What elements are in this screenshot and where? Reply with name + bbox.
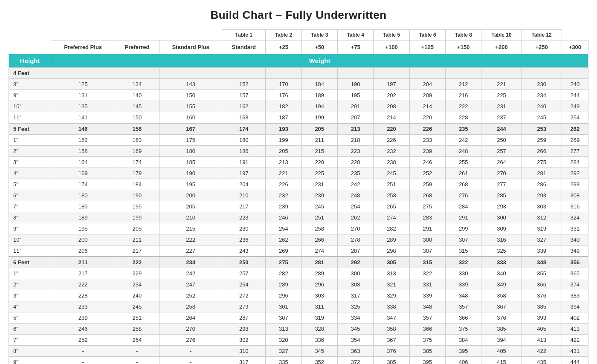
cell-value: 222 bbox=[446, 101, 481, 112]
cell-value: 284 bbox=[446, 201, 481, 212]
cell-value: 358 bbox=[481, 290, 522, 301]
cell-value: 206 bbox=[51, 246, 115, 257]
cell-value: 331 bbox=[409, 279, 445, 290]
table2-header: Table 2 bbox=[266, 30, 301, 40]
cell-value: 228 bbox=[337, 157, 373, 168]
cell-value bbox=[115, 68, 159, 79]
cell-value: 331 bbox=[562, 223, 588, 234]
cell-value: 240 bbox=[522, 101, 562, 112]
cell-value: 385 bbox=[374, 357, 409, 364]
cell-value: 328 bbox=[301, 324, 337, 335]
cell-value: 190 bbox=[115, 190, 159, 201]
cell-value: 340 bbox=[562, 234, 588, 246]
table-row: 6"18019020021023223924825826827628529330… bbox=[9, 190, 588, 201]
cell-value: 170 bbox=[266, 79, 301, 90]
cell-value: 274 bbox=[301, 246, 337, 257]
cell-value: 236 bbox=[222, 234, 266, 246]
cell-value: 264 bbox=[159, 312, 222, 324]
table-row: 8"---310327345363376385395405422431 bbox=[9, 346, 588, 357]
cell-value: 298 bbox=[374, 246, 409, 257]
row-label: 2" bbox=[9, 146, 51, 157]
row-label: 6" bbox=[9, 190, 51, 201]
row-label: 4 Feet bbox=[9, 68, 51, 79]
cell-value bbox=[301, 68, 337, 79]
cell-value: 205 bbox=[301, 123, 337, 135]
cell-value: 197 bbox=[222, 168, 266, 179]
cell-value: 356 bbox=[562, 257, 588, 268]
cell-value: 189 bbox=[51, 212, 115, 223]
cell-value: 385 bbox=[522, 301, 562, 312]
row-label: 1" bbox=[9, 268, 51, 279]
cell-value: 334 bbox=[337, 312, 373, 324]
cell-value: 435 bbox=[522, 357, 562, 364]
cell-value: 200 bbox=[51, 234, 115, 246]
cell-value: 141 bbox=[51, 112, 115, 124]
cell-value: 251 bbox=[301, 212, 337, 223]
cell-value: 268 bbox=[446, 179, 481, 190]
cell-value: 300 bbox=[481, 212, 522, 223]
cell-value: 274 bbox=[374, 212, 409, 223]
cell-value: 257 bbox=[222, 268, 266, 279]
row-label: 9" bbox=[9, 90, 51, 101]
cell-value: 174 bbox=[222, 123, 266, 135]
cell-value: 320 bbox=[266, 335, 301, 346]
cell-value: 239 bbox=[51, 312, 115, 324]
cell-value: 197 bbox=[374, 79, 409, 90]
table-row: 2"15816918018620521522323223924825726627… bbox=[9, 146, 588, 157]
cell-value: 152 bbox=[51, 135, 115, 146]
cell-value: 205 bbox=[115, 223, 159, 234]
cell-value: 239 bbox=[301, 190, 337, 201]
cell-value: 287 bbox=[222, 312, 266, 324]
cell-value bbox=[266, 68, 301, 79]
table6-header: Table 6 bbox=[409, 30, 445, 40]
cell-value: 311 bbox=[301, 301, 337, 312]
cell-value: 301 bbox=[266, 301, 301, 312]
table5-header: Table 5 bbox=[374, 30, 409, 40]
cell-value: 374 bbox=[562, 279, 588, 290]
cell-value: 406 bbox=[446, 357, 481, 364]
cell-value: 164 bbox=[51, 157, 115, 168]
cell-value: 184 bbox=[115, 179, 159, 190]
cell-value: 209 bbox=[409, 90, 445, 101]
cell-value: 303 bbox=[522, 201, 562, 212]
table12-header: Table 12 bbox=[522, 30, 562, 40]
cell-value: 226 bbox=[266, 179, 301, 190]
cell-value: 281 bbox=[522, 168, 562, 179]
cell-value: 422 bbox=[562, 335, 588, 346]
cell-value: 158 bbox=[51, 146, 115, 157]
table-row: 6"24625827029831332834535836637538540541… bbox=[9, 324, 588, 335]
cell-value bbox=[159, 68, 222, 79]
cell-value: 258 bbox=[301, 223, 337, 234]
cell-value: 299 bbox=[562, 179, 588, 190]
cell-value: 402 bbox=[562, 312, 588, 324]
cell-value: 204 bbox=[222, 179, 266, 190]
cell-value: 213 bbox=[266, 157, 301, 168]
cell-value: 262 bbox=[337, 212, 373, 223]
table-row: 4"16917919019722122523524525226127028129… bbox=[9, 168, 588, 179]
cell-value: 376 bbox=[374, 346, 409, 357]
cell-value: 176 bbox=[266, 90, 301, 101]
cell-value: 216 bbox=[446, 90, 481, 101]
cell-value: 282 bbox=[266, 268, 301, 279]
cell-value: 234 bbox=[115, 279, 159, 290]
cell-value: 199 bbox=[266, 135, 301, 146]
row-label: 7" bbox=[9, 335, 51, 346]
table-row: 4"23324525827930131132533834835736738539… bbox=[9, 301, 588, 312]
cell-value: 269 bbox=[562, 135, 588, 146]
row-label: 11" bbox=[9, 246, 51, 257]
column-group-header-row: Table 1 Table 2 Table 3 Table 4 Table 5 … bbox=[9, 30, 588, 40]
cell-value: 325 bbox=[337, 301, 373, 312]
cell-value: 275 bbox=[409, 201, 445, 212]
cell-value: 191 bbox=[222, 157, 266, 168]
cell-value: 327 bbox=[522, 234, 562, 246]
cell-value: 444 bbox=[562, 357, 588, 364]
table-row: 5 Feet1461561671741932052132202262352442… bbox=[9, 123, 588, 135]
cell-value: 366 bbox=[446, 312, 481, 324]
cell-value: 317 bbox=[222, 357, 266, 364]
cell-value: 352 bbox=[301, 357, 337, 364]
cell-value bbox=[409, 68, 445, 79]
cell-value: 244 bbox=[481, 123, 522, 135]
cell-value: 413 bbox=[562, 324, 588, 335]
cell-value: - bbox=[115, 357, 159, 364]
cell-value: 150 bbox=[159, 90, 222, 101]
